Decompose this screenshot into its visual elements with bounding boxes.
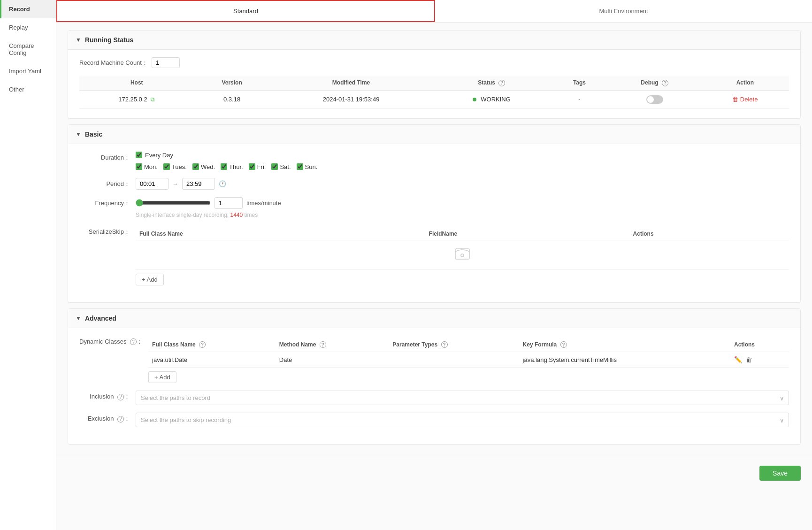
day-thur-label: Thur. <box>229 163 243 170</box>
frequency-row: Frequency： times/minute Single-interface… <box>79 197 789 218</box>
save-button[interactable]: Save <box>759 466 801 481</box>
exclusion-help-icon[interactable]: ? <box>117 416 124 422</box>
day-mon[interactable]: Mon. <box>136 163 158 170</box>
dynamic-classes-value: Full Class Name ? Method Name ? Paramete… <box>148 336 789 384</box>
every-day-checkbox[interactable] <box>136 152 142 158</box>
serialize-skip-value: Full Class Name FieldName Actions <box>136 226 789 285</box>
period-arrow-icon: → <box>172 180 178 187</box>
day-fri-checkbox[interactable] <box>249 163 255 170</box>
machine-count-label: Record Machine Count： <box>79 59 148 67</box>
exclusion-select[interactable]: Select the paths to skip recording <box>136 413 789 427</box>
day-sun-label: Sun. <box>305 163 318 170</box>
tab-multi-environment[interactable]: Multi Environment <box>435 0 812 22</box>
dynamic-classes-help-icon[interactable]: ? <box>130 338 137 345</box>
every-day-row: Every Day <box>136 152 789 159</box>
serialize-skip-add-button[interactable]: + Add <box>136 274 164 285</box>
running-status-section: ▼ Running Status Record Machine Count： H… <box>68 30 801 119</box>
col-version: Version <box>194 76 269 90</box>
edit-icon[interactable]: ✏️ <box>734 356 742 363</box>
tab-bar: Standard Multi Environment <box>56 0 812 23</box>
sidebar-item-other[interactable]: Other <box>0 80 56 99</box>
serialize-skip-row: SerializeSkip： Full Class Name FieldName… <box>79 226 789 285</box>
day-wed[interactable]: Wed. <box>192 163 215 170</box>
day-sat[interactable]: Sat. <box>271 163 291 170</box>
delete-row-icon[interactable]: 🗑 <box>746 356 752 363</box>
toggle-slider <box>646 95 663 104</box>
every-day-label: Every Day <box>145 152 173 159</box>
running-status-body: Record Machine Count： Host Version Modif… <box>68 50 800 118</box>
col-debug: Debug ? <box>608 76 701 90</box>
day-mon-checkbox[interactable] <box>136 163 142 170</box>
sidebar-item-record[interactable]: Record <box>0 0 56 18</box>
status-help-icon[interactable]: ? <box>498 80 505 86</box>
col-host: Host <box>79 76 194 90</box>
period-end-input[interactable] <box>182 178 215 190</box>
inclusion-select[interactable]: Select the paths to record <box>136 391 789 405</box>
day-sat-checkbox[interactable] <box>271 163 278 170</box>
day-sat-label: Sat. <box>280 163 291 170</box>
basic-section: ▼ Basic Duration： Every Day <box>68 124 801 303</box>
sidebar-item-replay[interactable]: Replay <box>0 18 56 37</box>
day-sun-checkbox[interactable] <box>297 163 303 170</box>
action-icons: ✏️ 🗑 <box>734 356 785 363</box>
dynamic-classes-add-button[interactable]: + Add <box>148 371 176 383</box>
period-row: Period： → 🕐 <box>79 178 789 190</box>
inclusion-row: Inclusion ?： Select the paths to record <box>79 391 789 405</box>
cell-status: WORKING <box>432 90 551 108</box>
day-tues-checkbox[interactable] <box>163 163 170 170</box>
day-tues[interactable]: Tues. <box>163 163 187 170</box>
machine-count-input[interactable] <box>152 57 180 68</box>
running-status-table: Host Version Modified Time Status ? Tags… <box>79 76 789 109</box>
dynamic-classes-row: Dynamic Classes ?： Full Class Name ? <box>79 336 789 384</box>
duration-label: Duration： <box>79 152 136 162</box>
method-name-help-icon[interactable]: ? <box>320 341 326 348</box>
dyn-cell-actions: ✏️ 🗑 <box>730 352 789 368</box>
dynamic-table-row: java.util.Date Date java.lang.System.cur… <box>148 352 789 368</box>
chevron-down-icon: ▼ <box>76 131 81 138</box>
sidebar-item-compare-config[interactable]: Compare Config <box>0 37 56 62</box>
day-mon-label: Mon. <box>144 163 158 170</box>
inclusion-value: Select the paths to record <box>136 391 789 405</box>
debug-help-icon[interactable]: ? <box>662 80 668 86</box>
copy-icon[interactable]: ⧉ <box>151 96 155 103</box>
table-row: 172.25.0.2 ⧉ 0.3.18 2024-01-31 19:53:49 … <box>79 90 789 108</box>
debug-toggle[interactable] <box>646 95 663 104</box>
day-thur[interactable]: Thur. <box>221 163 243 170</box>
param-types-help-icon[interactable]: ? <box>441 341 448 348</box>
status-dot-icon <box>473 98 476 101</box>
day-wed-checkbox[interactable] <box>192 163 199 170</box>
period-start-input[interactable] <box>136 178 169 190</box>
frequency-input[interactable] <box>214 197 243 209</box>
full-class-help-icon[interactable]: ? <box>199 341 206 348</box>
frequency-controls: times/minute <box>136 197 789 209</box>
serialize-skip-label: SerializeSkip： <box>79 226 136 236</box>
sidebar-item-import-yaml[interactable]: Import Yaml <box>0 62 56 80</box>
exclusion-row: Exclusion ?： Select the paths to skip re… <box>79 413 789 427</box>
advanced-title: Advanced <box>85 315 116 322</box>
dynamic-classes-table: Full Class Name ? Method Name ? Paramete… <box>148 338 789 368</box>
day-sun[interactable]: Sun. <box>297 163 318 170</box>
dyn-col-params: Parameter Types ? <box>389 338 519 352</box>
day-fri[interactable]: Fri. <box>249 163 266 170</box>
col-status: Status ? <box>432 76 551 90</box>
advanced-header[interactable]: ▼ Advanced <box>68 309 800 328</box>
day-fri-label: Fri. <box>257 163 266 170</box>
tab-standard[interactable]: Standard <box>56 0 435 22</box>
cell-debug <box>608 90 701 108</box>
col-action: Action <box>701 76 789 90</box>
dyn-col-formula: Key Formula ? <box>519 338 730 352</box>
day-thur-checkbox[interactable] <box>221 163 227 170</box>
frequency-slider[interactable] <box>136 199 211 207</box>
key-formula-help-icon[interactable]: ? <box>560 341 567 348</box>
save-area: Save <box>56 458 812 488</box>
running-status-header[interactable]: ▼ Running Status <box>68 31 800 50</box>
inclusion-help-icon[interactable]: ? <box>117 394 124 400</box>
exclusion-value: Select the paths to skip recording <box>136 413 789 427</box>
skip-col-field: FieldName <box>425 228 629 240</box>
delete-button[interactable]: 🗑 Delete <box>732 96 758 103</box>
duration-row: Duration： Every Day Mon. <box>79 152 789 170</box>
day-wed-label: Wed. <box>201 163 215 170</box>
basic-header[interactable]: ▼ Basic <box>68 125 800 144</box>
frequency-count: 1440 <box>230 212 243 218</box>
running-status-title: Running Status <box>85 36 133 44</box>
